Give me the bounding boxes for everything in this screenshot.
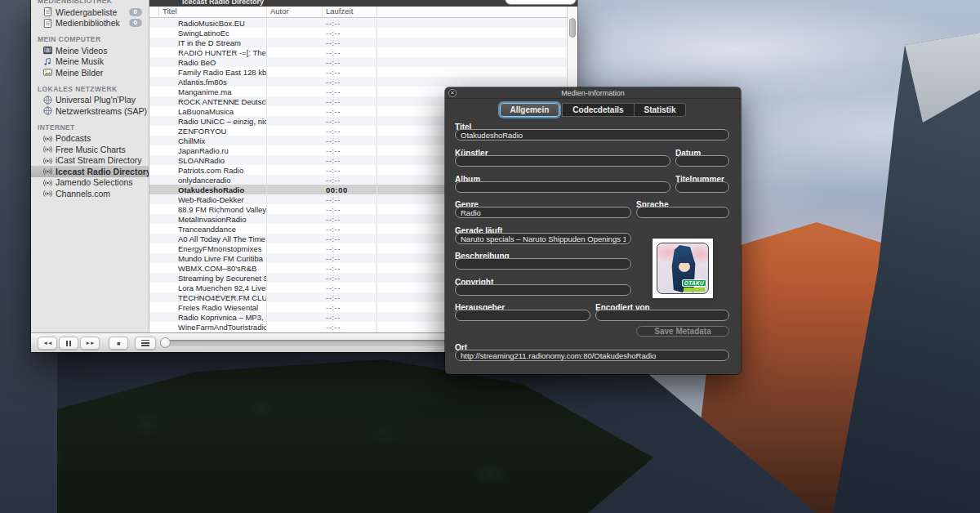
table-row[interactable]: Radio BeO--:-- (149, 57, 567, 67)
genre-field[interactable] (455, 207, 631, 218)
row-title-cell: TECHNO4EVER.FM CLUB (159, 293, 267, 302)
dialog-tabs: Allgemein Codecdetails Statistik (445, 103, 741, 117)
save-metadata-button[interactable]: Save Metadata (636, 326, 729, 337)
row-title-cell: Radio Koprivnica – MP3, 128… (159, 313, 267, 322)
herausgeber-field[interactable] (455, 310, 590, 321)
sidebar-item-label: Meine Musik (56, 56, 104, 66)
sidebar-item-free-music-charts[interactable]: Free Music Charts (31, 144, 149, 155)
encodiert-von-field[interactable] (595, 310, 729, 321)
titel-field[interactable] (455, 129, 729, 141)
table-row[interactable]: RadioMusicBox.EU--:-- (149, 18, 567, 28)
count-badge: 0 (129, 19, 142, 27)
row-title-cell: Freies Radio Wiesental (159, 303, 267, 312)
broadcast-icon (42, 133, 52, 143)
row-duration-cell: --:-- (323, 205, 377, 214)
sidebar-item-channels-com[interactable]: Channels.com (31, 188, 149, 199)
scrollbar-thumb[interactable] (569, 18, 576, 38)
broadcast-icon (42, 155, 52, 165)
row-duration-cell: --:-- (323, 323, 377, 332)
sidebar-item-podcasts[interactable]: Podcasts (31, 133, 149, 145)
table-row[interactable]: Atlantis.fm80s--:-- (149, 77, 567, 87)
artwork-thumbnail[interactable]: OTAKU (653, 239, 713, 298)
table-header-row[interactable]: Titel Autor Laufzeit (149, 7, 567, 18)
stop-button[interactable]: ■ (109, 337, 128, 350)
table-header-titel[interactable]: Titel (159, 7, 267, 17)
sidebar-item-medienbibliothek[interactable]: Medienbibliothek0 (31, 18, 149, 29)
ort-field[interactable] (455, 350, 729, 361)
pause-icon (66, 341, 71, 346)
gerade-laeuft-field[interactable] (455, 233, 631, 244)
rewind-icon: ◄◄ (43, 341, 52, 346)
row-title-cell: Radio UNiCC – einzig, nicht a… (159, 117, 267, 126)
row-duration-cell: --:-- (323, 38, 377, 47)
playlist-toggle-button[interactable] (135, 337, 156, 350)
playlist-header-title: Icecast Radio Directory (182, 0, 264, 6)
sidebar-item-wiedergabeliste[interactable]: Wiedergabeliste0 (31, 7, 149, 18)
table-row[interactable]: RADIO HUNTER -=[: The Hitz…--:-- (149, 47, 567, 57)
forward-button[interactable]: ►► (80, 337, 100, 350)
row-duration-cell: --:-- (323, 48, 377, 57)
table-row[interactable]: SwingLatinoEc--:-- (149, 28, 567, 38)
row-duration-cell: --:-- (323, 225, 377, 234)
row-title-cell: JapanRadio.ru (159, 146, 267, 155)
seek-slider-knob[interactable] (160, 337, 171, 348)
count-badge: 0 (129, 8, 142, 16)
row-duration-cell: --:-- (323, 176, 377, 185)
globe-icon (42, 95, 52, 105)
row-duration-cell: --:-- (323, 283, 377, 292)
row-duration-cell: --:-- (323, 29, 377, 38)
album-field[interactable] (455, 181, 670, 193)
row-title-cell: ROCK ANTENNE Deutschland (159, 97, 267, 106)
sidebar-item-universal-plug-n-play[interactable]: Universal Plug'n'Play (31, 95, 149, 106)
tab-codecdetails[interactable]: Codecdetails (562, 103, 634, 117)
row-duration-cell: --:-- (323, 215, 377, 224)
pause-button[interactable] (59, 337, 78, 350)
beschreibung-field[interactable] (455, 258, 631, 270)
broadcast-icon (42, 189, 52, 199)
row-title-cell: EnergyFMnonstopmixes (159, 244, 267, 253)
sprache-field[interactable] (636, 207, 729, 218)
titelnummer-field[interactable] (675, 181, 729, 193)
stop-icon: ■ (117, 341, 120, 346)
row-duration-cell: --:-- (323, 127, 377, 136)
datum-field[interactable] (675, 155, 729, 167)
sidebar-item-meine-videos[interactable]: Meine Videos (31, 45, 149, 56)
copyright-field[interactable] (455, 284, 631, 296)
artwork-anime-bangs (676, 256, 693, 263)
sidebar: MEDIENBIBLIOTHEKWiedergabeliste0Medienbi… (31, 0, 149, 332)
sidebar-item-label: Channels.com (56, 189, 110, 199)
sidebar-item-meine-bilder[interactable]: Meine Bilder (31, 67, 149, 78)
table-row[interactable]: IT in the D Stream--:-- (149, 38, 567, 47)
row-duration-cell: --:-- (323, 146, 377, 155)
row-duration-cell: --:-- (323, 58, 377, 67)
row-duration-cell: --:-- (323, 107, 377, 116)
sidebar-item-jamendo-selections[interactable]: Jamendo Selections (31, 177, 149, 189)
row-title-cell: SLOANRadio (159, 156, 267, 165)
row-duration-cell: 00:00 (323, 185, 377, 194)
playlist-icon (42, 7, 52, 17)
row-title-cell: Web-Radio-Dekker (159, 195, 267, 204)
row-duration-cell: --:-- (323, 166, 377, 175)
sidebar-section-internet: INTERNET (38, 123, 142, 132)
sidebar-section-lokales-netzwerk: LOKALES NETZWERK (38, 85, 142, 93)
broadcast-icon (42, 167, 52, 176)
sidebar-item-icast-stream-directory[interactable]: iCast Stream Directory (31, 155, 149, 167)
tab-allgemein[interactable]: Allgemein (500, 103, 560, 117)
row-title-cell: 88.9 FM Richmond Valley Radio (159, 205, 267, 214)
tab-statistik[interactable]: Statistik (635, 103, 687, 117)
table-header-laufzeit[interactable]: Laufzeit (323, 7, 377, 17)
row-title-cell: ZENFORYOU (159, 127, 267, 136)
sidebar-item-meine-musik[interactable]: Meine Musik (31, 56, 149, 68)
sidebar-item-icecast-radio-directory[interactable]: Icecast Radio Directory (31, 166, 149, 177)
rewind-button[interactable]: ◄◄ (38, 337, 57, 350)
sidebar-item-label: Jamendo Selections (56, 177, 133, 187)
table-header-status (149, 7, 159, 17)
search-input[interactable] (505, 0, 577, 5)
kuenstler-field[interactable] (455, 155, 670, 167)
table-header-autor[interactable]: Autor (267, 7, 323, 17)
music-note-icon (42, 56, 52, 66)
table-row[interactable]: Family Radio East 128 kbs MP3--:-- (149, 67, 567, 77)
row-duration-cell: --:-- (323, 313, 377, 322)
row-title-cell: Mundo Livre FM Curitiba (159, 254, 267, 263)
sidebar-item-netzwerkstreams-sap[interactable]: Netzwerkstreams (SAP) (31, 105, 149, 117)
